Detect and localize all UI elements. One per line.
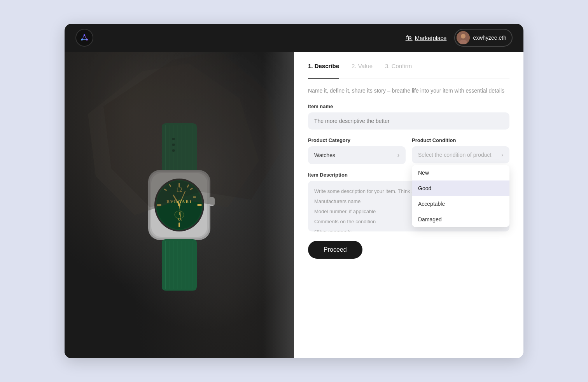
- proceed-button[interactable]: Proceed: [308, 241, 362, 259]
- svg-text:BVLGARI: BVLGARI: [166, 199, 192, 204]
- svg-line-4: [84, 35, 87, 40]
- chevron-right-icon: ›: [397, 152, 399, 159]
- step-confirm[interactable]: 3. Confirm: [385, 63, 412, 73]
- form-panel: 1. Describe 2. Value 3. Confirm Name it,…: [294, 52, 523, 358]
- watch-image-panel: BVLGARI 12 6: [65, 52, 294, 358]
- svg-point-0: [84, 34, 86, 36]
- user-badge[interactable]: exwhyzee.eth: [454, 29, 513, 47]
- item-name-label: Item name: [308, 103, 509, 109]
- svg-point-36: [178, 204, 180, 206]
- svg-point-9: [172, 138, 175, 140]
- category-value: Watches: [314, 152, 335, 158]
- product-category-group: Product Category Watches ›: [308, 137, 406, 164]
- avatar: [457, 31, 470, 44]
- svg-rect-20: [178, 223, 180, 227]
- product-condition-group: Product Condition Select the condition o…: [412, 137, 509, 164]
- step-value[interactable]: 2. Value: [352, 63, 373, 73]
- condition-option-acceptable[interactable]: Acceptable: [412, 196, 509, 212]
- logo-button[interactable]: [75, 29, 93, 47]
- footer: Proceed: [308, 231, 509, 259]
- marketplace-link[interactable]: 🛍 Marketplace: [406, 34, 447, 42]
- main-body: BVLGARI 12 6: [65, 52, 523, 358]
- step-describe[interactable]: 1. Describe: [308, 63, 339, 73]
- category-condition-row: Product Category Watches › Product Condi…: [308, 137, 509, 164]
- condition-placeholder: Select the condition of product: [418, 152, 491, 158]
- user-name: exwhyzee.eth: [473, 35, 506, 41]
- svg-text:12: 12: [176, 186, 182, 193]
- product-condition-select[interactable]: Select the condition of product ›: [412, 146, 509, 163]
- steps: 1. Describe 2. Value 3. Confirm: [308, 63, 509, 79]
- svg-rect-21: [197, 204, 202, 206]
- chevron-right-icon-condition: ›: [501, 152, 503, 158]
- svg-line-3: [82, 35, 85, 40]
- product-condition-label: Product Condition: [412, 137, 509, 143]
- svg-rect-15: [208, 197, 215, 206]
- marketplace-label: Marketplace: [415, 35, 447, 41]
- svg-point-7: [461, 34, 466, 39]
- item-name-input[interactable]: [308, 112, 509, 130]
- app-window: 🛍 Marketplace exwhyzee.eth: [65, 24, 523, 358]
- condition-option-damaged[interactable]: Damaged: [412, 212, 509, 227]
- condition-dropdown: New Good Acceptable Damaged: [412, 165, 509, 227]
- svg-rect-22: [157, 204, 161, 206]
- header: 🛍 Marketplace exwhyzee.eth: [65, 24, 523, 52]
- product-category-label: Product Category: [308, 137, 406, 143]
- condition-option-good[interactable]: Good: [412, 180, 509, 196]
- condition-option-new[interactable]: New: [412, 165, 509, 180]
- svg-point-11: [172, 149, 175, 152]
- svg-rect-25: [193, 196, 196, 198]
- shopping-bag-icon: 🛍: [406, 34, 413, 42]
- svg-point-10: [172, 144, 175, 146]
- product-category-select[interactable]: Watches ›: [308, 146, 406, 164]
- header-right: 🛍 Marketplace exwhyzee.eth: [406, 29, 513, 47]
- form-subtitle: Name it, define it, share its story – br…: [308, 87, 509, 95]
